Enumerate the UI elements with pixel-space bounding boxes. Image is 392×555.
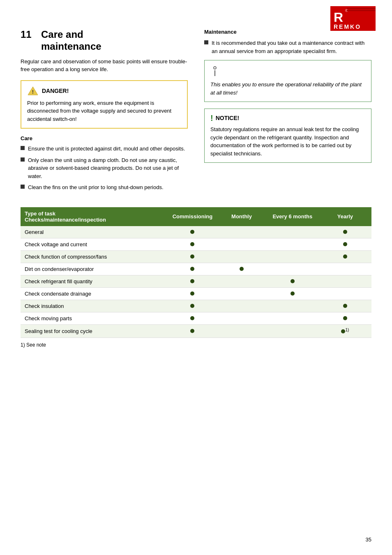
maintenance-table: Type of task Checks/maintenance/inspecti… [21,207,371,338]
table-cell-task: Check insulation [21,300,168,312]
table-cell-yearly [319,300,371,312]
notice-header: ! NOTICE! [210,114,365,122]
svg-text:!: ! [32,89,34,95]
dot-icon [343,316,347,320]
table-header-monthly: Monthly [217,207,266,226]
svg-point-9 [214,67,216,69]
table-cell-monthly [217,300,266,312]
list-item: Ensure the unit is protected against dir… [21,145,188,153]
left-column: 11 Care and maintenance Regular care and… [21,29,188,195]
table-cell-commis [168,287,217,300]
dot-icon [190,291,194,296]
section-title-line2: maintenance [41,41,101,53]
content-area: 11 Care and maintenance Regular care and… [21,29,371,195]
dot-icon [190,267,194,271]
table-cell-commis [168,324,217,338]
table-cell-yearly [319,275,371,287]
care-item-3: Clean the fins on the unit prior to long… [28,183,164,192]
dot-icon [190,242,194,246]
page: R ® REMKO 11 Care and maintenance Regula… [0,0,392,555]
table-cell-task: Dirt on condenser/evaporator [21,263,168,275]
table-cell-yearly [319,250,371,263]
list-item: It is recommended that you take out a ma… [204,39,371,55]
table-cell-commis [168,238,217,250]
intro-text: Regular care and observation of some bas… [21,58,188,74]
table-cell-task: General [21,226,168,238]
dot-icon [343,242,347,246]
table-row: Check voltage and current [21,238,371,250]
dot-icon [291,291,295,296]
dot-icon [190,329,194,333]
care-heading: Care [21,135,188,141]
bullet-icon [21,185,25,189]
list-item: Only clean the unit using a damp cloth. … [21,156,188,180]
svg-rect-5 [347,8,376,9]
table-cell-task: Check refrigerant fill quantity [21,275,168,287]
table-cell-commis [168,263,217,275]
table-cell-every6 [266,300,319,312]
section-title-line1: Care and [41,29,101,41]
care-item-2: Only clean the unit using a damp cloth. … [28,156,188,180]
table-cell-every6 [266,287,319,300]
danger-box: ! DANGER! Prior to performing any work, … [21,80,188,129]
danger-text: Prior to performing any work, ensure the… [27,99,181,123]
table-cell-monthly [217,226,266,238]
notice-box: ! NOTICE! Statutory regulations require … [204,109,371,163]
table-cell-task: Check condensate drainage [21,287,168,300]
dot-icon [343,254,347,259]
table-cell-yearly [319,287,371,300]
table-cell-monthly [217,275,266,287]
info-text: This enables you to ensure the operation… [210,81,365,97]
table-cell-every6 [266,250,319,263]
info-icon [210,65,365,79]
table-cell-every6 [266,324,319,338]
dot-icon [240,267,244,271]
section-number: 11 [21,29,33,40]
table-cell-monthly [217,287,266,300]
table-row: Dirt on condenser/evaporator [21,263,371,275]
danger-header: ! DANGER! [27,86,181,96]
table-header-every6: Every 6 months [266,207,319,226]
maintenance-bullet: It is recommended that you take out a ma… [212,39,371,55]
svg-rect-1 [330,6,376,8]
dot-icon [291,279,295,283]
dot-icon [190,316,194,320]
dot-icon [343,230,347,234]
dot-icon [190,304,194,308]
logo-area: R ® REMKO [330,6,376,32]
table-row: General [21,226,371,238]
care-item-1: Ensure the unit is protected against dir… [28,145,185,153]
table-cell-task: Check moving parts [21,312,168,324]
table-cell-yearly [319,226,371,238]
dot-icon [190,254,194,259]
bullet-icon [204,40,208,44]
care-section: Care Ensure the unit is protected agains… [21,135,188,192]
table-cell-commis [168,312,217,324]
dot-icon [343,304,347,308]
bullet-icon [21,146,25,150]
table-cell-task: Check function of compressor/fans [21,250,168,263]
table-cell-monthly [217,324,266,338]
svg-text:REMKO: REMKO [334,23,361,30]
table-footnote: 1) See note [21,342,371,348]
table-cell-every6 [266,226,319,238]
table-header-commissioning: Commissioning [168,207,217,226]
table-cell-commis [168,300,217,312]
table-header-yearly: Yearly [319,207,371,226]
notice-exclaim-icon: ! [210,114,213,122]
table-cell-commis [168,250,217,263]
dot-icon [190,279,194,283]
table-cell-yearly: 1) [319,324,371,338]
table-cell-monthly [217,263,266,275]
table-cell-task: Check voltage and current [21,238,168,250]
table-cell-yearly [319,263,371,275]
table-cell-every6 [266,312,319,324]
danger-label: DANGER! [42,88,69,94]
table-cell-yearly [319,238,371,250]
table-cell-task: Sealing test for cooling cycle [21,324,168,338]
section-heading: 11 Care and maintenance [21,29,188,53]
svg-text:R: R [334,10,343,25]
remko-logo: R ® REMKO [330,6,376,31]
care-list: Ensure the unit is protected against dir… [21,145,188,192]
table-header-task: Type of task Checks/maintenance/inspecti… [21,207,168,226]
